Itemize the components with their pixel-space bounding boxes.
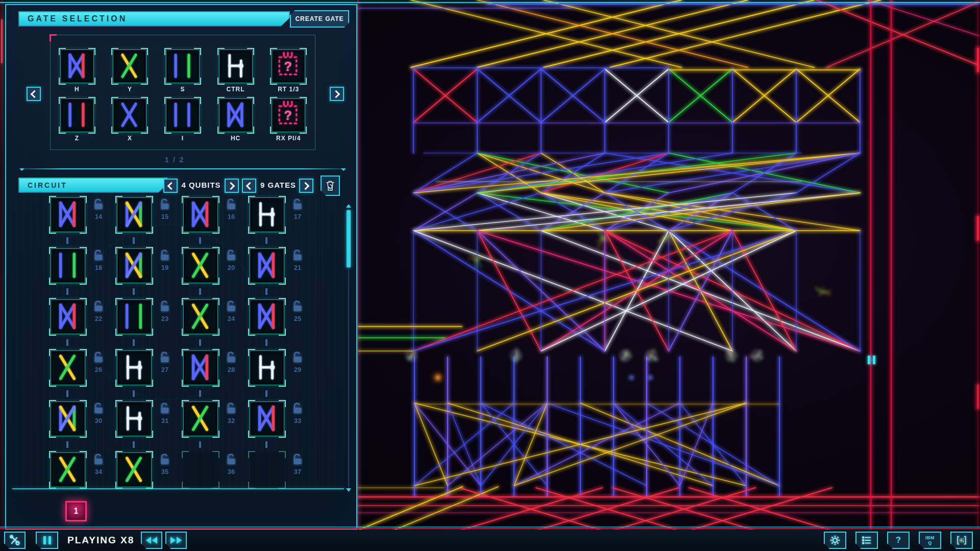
circuit-slot-15[interactable]: 15 [117, 196, 183, 247]
slot-number: 26 [90, 366, 107, 373]
bottom-divider-pink [0, 528, 980, 529]
gate-label: X [128, 135, 132, 142]
unlock-icon [226, 300, 236, 313]
palette-gate-X[interactable]: X [104, 98, 157, 147]
slot-number: 20 [223, 264, 239, 271]
slot-number: 24 [223, 315, 239, 322]
palette-gate-RT-1-3[interactable]: ?RT 1/3 [262, 49, 315, 98]
gate-label: S [180, 86, 185, 93]
circuit-slot-21[interactable]: 21 [250, 247, 316, 298]
circuit-slot-25[interactable]: 25 [250, 298, 316, 349]
palette-gate-I[interactable]: I [156, 98, 209, 147]
palette-prev-button[interactable] [27, 87, 41, 101]
unlock-icon [292, 352, 303, 364]
palette-gate-HC[interactable]: HC [209, 98, 262, 147]
slot-number: 37 [289, 468, 306, 475]
circuit-slot-34[interactable]: 34 [51, 452, 117, 503]
circuit-slot-22[interactable]: 22 [51, 298, 117, 349]
slot-number: 31 [157, 417, 173, 424]
slot-number: 34 [90, 468, 107, 475]
palette-gate-Z[interactable]: Z [51, 98, 104, 147]
matrix-view-button[interactable] [950, 532, 973, 549]
gate-tile [219, 49, 253, 83]
circuit-slot-18[interactable]: 18 [51, 247, 117, 298]
circuit-scrollbar[interactable] [345, 202, 352, 494]
pause-button[interactable] [36, 532, 58, 549]
qubits-decrease-button[interactable] [163, 179, 178, 193]
help-button[interactable]: ? [887, 532, 910, 549]
circuit-slot-17[interactable]: 17 [250, 196, 316, 247]
circuit-slot-14[interactable]: 14 [51, 196, 117, 247]
circuit-slot-35[interactable]: 35 [117, 452, 183, 503]
create-gate-button[interactable]: CREATE GATE [290, 10, 349, 28]
circuit-slot-29[interactable]: 29 [250, 349, 316, 400]
circuit-slot-32[interactable]: 32 [183, 400, 250, 452]
palette-next-button[interactable] [330, 87, 344, 101]
circuit-slot-24[interactable]: 24 [183, 298, 250, 349]
circuit-slot-27[interactable]: 27 [117, 349, 183, 400]
chevron-right-icon [227, 182, 235, 190]
circuit-slot-30[interactable]: 30 [51, 400, 117, 452]
slot-connector [66, 339, 68, 346]
circuit-slot-26[interactable]: 26 [51, 349, 117, 400]
circuit-baseline [12, 488, 344, 489]
unlock-icon [292, 403, 303, 415]
palette-pagination: 1 / 2 [6, 155, 343, 164]
gear-icon [829, 535, 841, 546]
circuit-slot-37[interactable]: 37 [250, 452, 316, 503]
fast-forward-button[interactable] [165, 532, 187, 549]
palette-gate-RX-PI-4[interactable]: ?RX PI/4 [262, 98, 315, 147]
unlock-icon [93, 249, 104, 262]
gate-selection-title: GATE SELECTION [28, 14, 127, 23]
unlock-icon [226, 198, 236, 211]
gate-palette: HYSCTRL?RT 1/3ZXIHC?RX PI/4 [50, 35, 315, 150]
circuit-gate-tile [183, 402, 218, 436]
unlock-icon [226, 352, 236, 364]
palette-gate-Y[interactable]: Y [104, 49, 157, 98]
tools-button[interactable] [4, 532, 26, 549]
circuit-gate-tile [117, 402, 152, 436]
circuit-gate-tile [51, 299, 85, 334]
gate-label: RX PI/4 [276, 135, 301, 142]
palette-gate-H[interactable]: H [51, 49, 104, 98]
circuit-page-button[interactable]: 1 [65, 501, 87, 521]
circuit-slot-23[interactable]: 23 [117, 298, 183, 349]
circuit-gate-tile [250, 248, 284, 283]
fast-forward-icon [177, 537, 182, 544]
palette-gate-CTRL[interactable]: CTRL [209, 49, 262, 98]
qubits-increase-button[interactable] [225, 179, 239, 193]
scrollbar-thumb[interactable] [347, 210, 351, 267]
unlock-icon [160, 198, 170, 211]
circuit-gate-tile [250, 453, 284, 487]
svg-text:?: ? [284, 59, 292, 73]
circuit-slot-20[interactable]: 20 [183, 247, 250, 298]
palette-gate-S[interactable]: S [156, 49, 209, 98]
circuit-slot-31[interactable]: 31 [117, 400, 183, 452]
slot-connector [66, 237, 68, 244]
circuit-slot-19[interactable]: 19 [117, 247, 183, 298]
gates-increase-button[interactable] [299, 179, 313, 193]
slot-connector [133, 288, 135, 295]
scroll-up-icon[interactable] [346, 202, 351, 208]
circuit-slot-33[interactable]: 33 [250, 400, 316, 452]
circuit-slot-16[interactable]: 16 [183, 196, 250, 247]
ibmq-button[interactable]: IBM Q [919, 532, 941, 549]
unlock-icon [93, 454, 104, 466]
scroll-down-icon[interactable] [346, 488, 351, 494]
slot-connector [133, 441, 135, 448]
gates-decrease-button[interactable] [242, 179, 256, 193]
levels-menu-button[interactable] [855, 532, 878, 549]
rewind-button[interactable] [141, 532, 162, 549]
slot-number: 21 [289, 264, 306, 271]
unlock-icon [226, 403, 236, 415]
unlock-icon [160, 300, 170, 313]
slot-number: 35 [157, 468, 173, 475]
unlock-icon [160, 249, 170, 262]
clear-circuit-button[interactable] [321, 176, 340, 196]
rewind-icon [152, 537, 157, 544]
circuit-slot-28[interactable]: 28 [183, 349, 250, 400]
settings-button[interactable] [824, 532, 846, 549]
circuit-slot-36[interactable]: 36 [183, 452, 250, 503]
bottom-divider-cyan [0, 527, 980, 528]
tools-icon [9, 534, 21, 546]
